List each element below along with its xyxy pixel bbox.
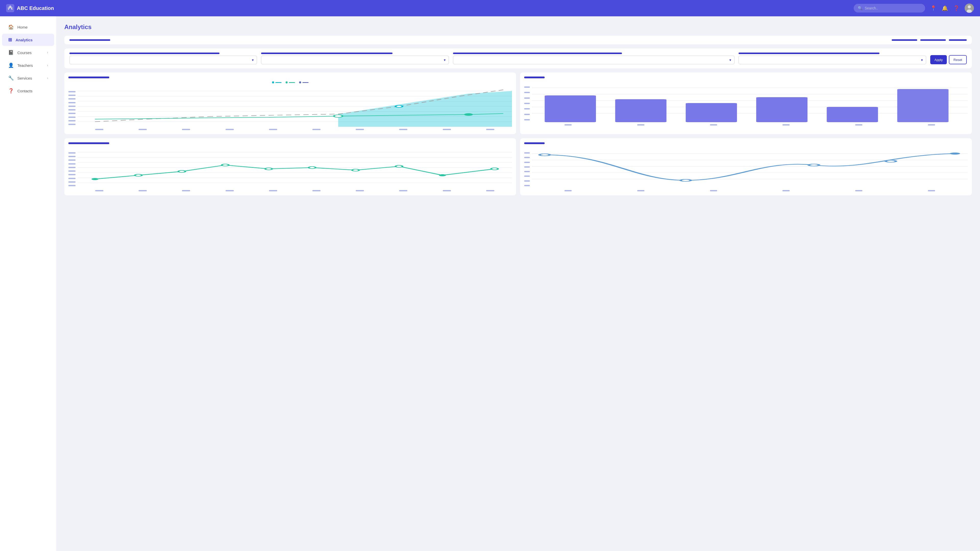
chart-title-bar-1 <box>68 76 109 78</box>
svg-point-44 <box>265 168 272 170</box>
chart-area-3 <box>78 147 512 191</box>
tab-button-1[interactable] <box>892 39 917 41</box>
main-content: Analytics ▾ ▾ <box>56 16 980 551</box>
x-axis-3 <box>78 190 512 191</box>
bar-chart-card <box>520 73 972 134</box>
legend-dot-2 <box>286 81 288 83</box>
filter-label-bar-2 <box>261 52 393 54</box>
x-axis-1 <box>78 129 512 130</box>
tab-button-2[interactable] <box>920 39 946 41</box>
svg-rect-27 <box>545 95 596 122</box>
chart-inner-2 <box>524 81 968 125</box>
chevron-right-icon-2: › <box>47 64 48 67</box>
svg-rect-29 <box>686 103 737 122</box>
svg-point-49 <box>491 168 498 170</box>
chart-inner-3 <box>68 147 512 191</box>
search-bar[interactable]: 🔍 <box>854 4 925 13</box>
svg-point-48 <box>439 174 446 176</box>
filter-group-3: ▾ <box>453 52 735 64</box>
courses-icon: 📓 <box>8 50 14 56</box>
chevron-down-icon-1: ▾ <box>252 58 254 62</box>
home-icon: 🏠 <box>8 24 14 30</box>
apply-button[interactable]: Apply <box>930 55 947 64</box>
reset-button[interactable]: Reset <box>949 55 967 64</box>
help-icon[interactable]: ❓ <box>953 5 959 11</box>
chart-svg-3 <box>78 147 512 188</box>
legend-line-2 <box>289 82 295 83</box>
svg-point-21 <box>396 105 402 107</box>
filters-row: ▾ ▾ ▾ ▾ <box>64 48 972 68</box>
filter-select-2[interactable]: ▾ <box>261 56 449 64</box>
x-axis-2 <box>532 124 968 125</box>
svg-rect-28 <box>615 99 667 122</box>
header: ABC Education 🔍 📍 🔔 ❓ <box>0 0 980 16</box>
tab-bar <box>64 36 972 44</box>
location-icon[interactable]: 📍 <box>930 5 937 11</box>
chevron-down-icon-2: ▾ <box>444 58 445 62</box>
chart-title-bar-4 <box>524 142 545 144</box>
analytics-icon: ⊞ <box>8 37 12 43</box>
sidebar-item-analytics[interactable]: ⊞ Analytics <box>2 34 54 46</box>
y-axis-2 <box>524 81 530 125</box>
sidebar-label-teachers: Teachers <box>18 63 33 68</box>
tab-button-3[interactable] <box>949 39 967 41</box>
bar-chart-area <box>532 81 968 125</box>
legend-item-1 <box>272 81 282 83</box>
svg-point-2 <box>968 5 971 8</box>
filter-label-bar-3 <box>453 52 622 54</box>
charts-grid <box>64 73 972 195</box>
svg-point-41 <box>135 174 142 176</box>
svg-point-56 <box>681 179 691 181</box>
search-input[interactable] <box>865 6 921 10</box>
svg-rect-32 <box>897 89 948 122</box>
sidebar-item-home[interactable]: 🏠 Home <box>2 21 54 33</box>
x-axis-4 <box>532 190 968 191</box>
svg-line-12 <box>95 119 147 122</box>
svg-point-42 <box>178 170 185 172</box>
svg-point-57 <box>809 164 819 166</box>
sidebar-item-services[interactable]: 🔧 Services › <box>2 72 54 84</box>
tab-active-indicator[interactable] <box>69 39 110 41</box>
legend-dot-1 <box>272 81 274 83</box>
sidebar-label-home: Home <box>18 25 27 29</box>
filter-label-bar-1 <box>69 52 220 54</box>
y-axis-3 <box>68 147 76 191</box>
line-chart-card-1 <box>64 73 516 134</box>
svg-rect-31 <box>827 107 878 122</box>
y-axis-4 <box>524 147 530 191</box>
legend-dot-3 <box>299 81 301 83</box>
svg-point-55 <box>539 154 550 156</box>
chart-svg-4 <box>532 147 968 188</box>
chevron-right-icon: › <box>47 51 48 54</box>
line-chart-card-2 <box>64 138 516 195</box>
legend-row-1 <box>68 81 512 83</box>
svg-point-20 <box>464 113 473 116</box>
sidebar-item-courses[interactable]: 📓 Courses › <box>2 46 54 59</box>
svg-point-45 <box>309 167 315 168</box>
filter-select-3[interactable]: ▾ <box>453 56 735 64</box>
filter-label-bar-4 <box>738 52 880 54</box>
filter-select-1[interactable]: ▾ <box>69 56 257 64</box>
legend-item-2 <box>286 81 295 83</box>
y-axis-1 <box>68 86 76 130</box>
chart-area-1 <box>78 86 512 130</box>
header-icons: 📍 🔔 ❓ <box>930 3 974 13</box>
sidebar-item-contacts[interactable]: ❓ Contacts <box>2 85 54 97</box>
svg-marker-11 <box>338 91 512 127</box>
logo-area: ABC Education <box>6 4 854 12</box>
chart-inner-4 <box>524 147 968 191</box>
avatar[interactable] <box>965 3 974 13</box>
bell-icon[interactable]: 🔔 <box>942 5 948 11</box>
chart-title-bar-2 <box>524 76 545 78</box>
svg-point-40 <box>91 178 98 180</box>
services-icon: 🔧 <box>8 75 14 81</box>
filter-select-4[interactable]: ▾ <box>738 56 926 64</box>
chart-inner-1 <box>68 86 512 130</box>
line-chart-card-3 <box>520 138 972 195</box>
svg-point-46 <box>352 169 359 171</box>
sidebar-item-teachers[interactable]: 👤 Teachers › <box>2 59 54 71</box>
logo-icon <box>6 4 14 12</box>
sidebar: 🏠 Home ⊞ Analytics 📓 Courses › 👤 Teacher… <box>0 16 56 551</box>
legend-item-3 <box>299 81 309 83</box>
chevron-down-icon-3: ▾ <box>729 58 731 62</box>
